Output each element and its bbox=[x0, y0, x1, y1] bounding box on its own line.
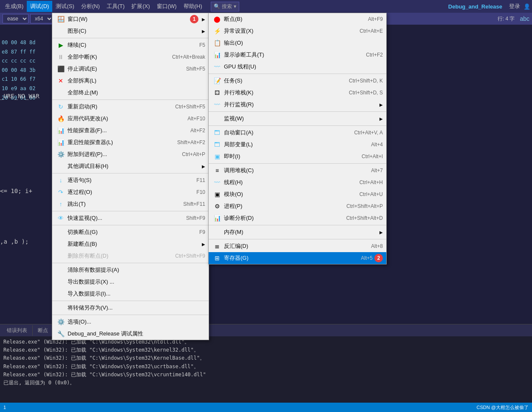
tab-error-list[interactable]: 错误列表 bbox=[2, 325, 33, 336]
menu-item-step-out[interactable]: ↑ 跳出(T) Shift+F11 bbox=[52, 198, 209, 210]
submenu-callstack[interactable]: ≡ 调用堆栈(C) Alt+7 bbox=[209, 165, 386, 176]
step-into-icon: ↓ bbox=[56, 177, 66, 184]
platform-selector[interactable]: x64 bbox=[30, 14, 53, 23]
submenu-output[interactable]: 📋 输出(O) bbox=[209, 37, 386, 49]
hex-line-4: 00 00 48 3b bbox=[2, 66, 49, 75]
menu-item-other-targets[interactable]: 其他调试目标(H) ▶ bbox=[52, 160, 209, 172]
separator-8 bbox=[52, 315, 209, 315]
menu-item-apply-code[interactable]: 🔥 应用代码更改(A) Alt+F10 bbox=[52, 113, 209, 125]
menu-item-continue[interactable]: ▶ 继续(C) F5 bbox=[52, 39, 209, 51]
registers-icon: ⊞ bbox=[212, 255, 222, 261]
submenu-processes[interactable]: ⚙ 进程(P) Ctrl+Shift+Alt+P bbox=[209, 200, 386, 212]
search-box[interactable]: 🔍 搜索 ▾ bbox=[211, 2, 239, 11]
menu-item-stop-debug[interactable]: ⬛ 停止调试(E) Shift+F5 bbox=[52, 63, 209, 75]
profile-label: Debug_and_Release bbox=[448, 3, 502, 10]
window-icon: 🪟 bbox=[56, 16, 66, 23]
separator-4 bbox=[52, 211, 209, 211]
submenu-disassembly[interactable]: ≣ 反汇编(D) Alt+8 bbox=[209, 240, 386, 252]
menu-item-export-tips[interactable]: 导出数据提示(X) ... bbox=[52, 276, 209, 288]
status-right: CSDN @大柑怎么被偷了 bbox=[477, 404, 529, 411]
menu-item-options[interactable]: ⚙️ 选项(O)... bbox=[52, 316, 209, 328]
output-line-2: Release.exe" (Win32): 已加载 "C:\Windows\Sy… bbox=[3, 346, 529, 354]
menu-item-new-bp[interactable]: 新建断点(B) ▶ bbox=[52, 238, 209, 250]
submenu-parallel-watch[interactable]: 〰 并行监视(R) ▶ bbox=[209, 99, 386, 111]
submenu-threads[interactable]: 〰 线程(H) Ctrl+Alt+H bbox=[209, 176, 386, 188]
menu-generate[interactable]: 生成(B) bbox=[2, 1, 27, 12]
menu-item-step-into[interactable]: ↓ 逐语句(S) F11 bbox=[52, 174, 209, 186]
menu-window[interactable]: 窗口(W) bbox=[153, 1, 180, 12]
fire-icon: 🔥 bbox=[56, 115, 66, 122]
separator-7 bbox=[52, 301, 209, 301]
submenu-diag-tools[interactable]: 📊 显示诊断工具(T) Ctrl+F2 bbox=[209, 49, 386, 61]
hex-line-3: cc cc cc cc bbox=[2, 57, 49, 66]
separator-2 bbox=[52, 99, 209, 100]
submenu-modules[interactable]: ▣ 模块(O) Ctrl+Alt+U bbox=[209, 188, 386, 200]
menu-item-perf-profiler[interactable]: 📊 性能探查器(F)... Alt+F2 bbox=[52, 125, 209, 136]
gpu-icon: 〰 bbox=[212, 63, 222, 70]
menu-item-restart[interactable]: ↻ 重新启动(R) Ctrl+Shift+F5 bbox=[52, 101, 209, 113]
submenu-sep-6 bbox=[209, 239, 386, 239]
separator-1 bbox=[52, 38, 209, 38]
hex-line-6: 10 e9 aa 02 bbox=[2, 84, 49, 94]
menu-item-quickwatch[interactable]: 👁 快速监视(Q)... Shift+F9 bbox=[52, 212, 209, 224]
output-icon: 📋 bbox=[212, 40, 222, 46]
menu-item-save-dump[interactable]: 将转储另存为(V)... bbox=[52, 302, 209, 314]
submenu-gpu-threads[interactable]: 〰 GPU 线程(U) bbox=[209, 61, 386, 73]
restart-perf-icon: 📊 bbox=[56, 139, 66, 146]
menu-analyze[interactable]: 分析(N) bbox=[78, 1, 103, 12]
submenu-tasks[interactable]: 📝 任务(S) Ctrl+Shift+D, K bbox=[209, 75, 386, 87]
restart-icon: ↻ bbox=[56, 103, 66, 110]
separator-5 bbox=[52, 225, 209, 225]
submenu-diag-analysis[interactable]: 📊 诊断分析(D) Ctrl+Shift+Alt+D bbox=[209, 212, 386, 224]
window-submenu: ⬤ 断点(B) Alt+F9 ⚡ 异常设置(X) Ctrl+Alt+E 📋 输出… bbox=[208, 13, 387, 264]
menubar: 生成(B) 调试(D) 测试(S) 分析(N) 工具(T) 扩展(X) 窗口(W… bbox=[0, 0, 532, 13]
submenu-sep-5 bbox=[209, 225, 386, 225]
tasks-icon: 📝 bbox=[212, 77, 222, 84]
separator-6 bbox=[52, 263, 209, 263]
submenu-parallel-stacks[interactable]: ⚃ 并行堆栈(K) Ctrl+Shift+D, S bbox=[209, 87, 386, 99]
stop-icon: ⬛ bbox=[56, 65, 66, 72]
login-button[interactable]: 登录 bbox=[509, 3, 520, 10]
menu-item-terminate-all[interactable]: 全部终止(M) bbox=[52, 87, 209, 99]
menu-debug[interactable]: 调试(D) bbox=[27, 1, 52, 12]
play-icon: ▶ bbox=[56, 42, 66, 48]
tab-breakpoints[interactable]: 断点 bbox=[33, 325, 54, 336]
menu-item-graphics[interactable]: 图形(C) ▶ bbox=[52, 25, 209, 37]
config-selector[interactable]: ease bbox=[3, 14, 28, 23]
menu-item-attach-process[interactable]: ⚙️ 附加到进程(P)... Ctrl+Alt+P bbox=[52, 148, 209, 160]
submenu-breakpoints[interactable]: ⬤ 断点(B) Alt+F9 bbox=[209, 13, 386, 25]
submenu-memory[interactable]: 内存(M) ▶ bbox=[209, 226, 386, 238]
code-snippet-2: _URE_NO_WAR bbox=[0, 93, 40, 99]
modules-icon: ▣ bbox=[212, 191, 222, 198]
user-icon[interactable]: 👤 bbox=[524, 3, 530, 10]
menu-extend[interactable]: 扩展(X) bbox=[128, 1, 153, 12]
menu-item-window[interactable]: 🪟 窗口(W) 1 ▶ bbox=[52, 13, 209, 25]
menu-help[interactable]: 帮助(H) bbox=[180, 1, 206, 12]
diag-analysis-icon: 📊 bbox=[212, 215, 222, 222]
submenu-registers[interactable]: ⊞ 寄存器(G) Alt+5 2 bbox=[209, 252, 386, 264]
submenu-watch[interactable]: 监视(W) ▶ bbox=[209, 113, 386, 125]
output-content: Release.exe" (Win32): 已加载 "C:\Windows\Sy… bbox=[0, 336, 532, 389]
locals-icon: 🗔 bbox=[212, 141, 222, 148]
menu-item-break-all[interactable]: ⏸ 全部中断(K) Ctrl+Alt+Break bbox=[52, 51, 209, 63]
menu-tools[interactable]: 工具(T) bbox=[103, 1, 128, 12]
separator-3 bbox=[52, 173, 209, 173]
parallel-stacks-icon: ⚃ bbox=[212, 89, 222, 96]
menu-item-import-tips[interactable]: 导入数据提示(I)... bbox=[52, 288, 209, 300]
menu-item-delete-all-bp[interactable]: 删除所有断点(D) Ctrl+Shift+F9 bbox=[52, 250, 209, 262]
menu-item-toggle-bp[interactable]: 切换断点(G) F9 bbox=[52, 226, 209, 238]
menu-item-restart-perf[interactable]: 📊 重启性能探查器(L) Shift+Alt+F2 bbox=[52, 136, 209, 148]
menu-item-step-over[interactable]: ↷ 逐过程(O) F10 bbox=[52, 186, 209, 198]
step-out-icon: ↑ bbox=[56, 201, 66, 207]
menu-test[interactable]: 测试(S) bbox=[52, 1, 77, 12]
submenu-exception-settings[interactable]: ⚡ 异常设置(X) Ctrl+Alt+E bbox=[209, 25, 386, 37]
breakpoint-icon: ⬤ bbox=[212, 16, 222, 23]
menu-item-debug-props[interactable]: 🔧 Debug_and_Release 调试属性 bbox=[52, 328, 209, 340]
menu-item-clear-data-tips[interactable]: 清除所有数据提示(A) bbox=[52, 264, 209, 276]
submenu-locals[interactable]: 🗔 局部变量(L) Alt+4 bbox=[209, 139, 386, 151]
menu-item-detach-all[interactable]: ✕ 全部拆离(L) bbox=[52, 75, 209, 87]
detach-icon: ✕ bbox=[56, 77, 66, 84]
submenu-immediate[interactable]: ▣ 即时(I) Ctrl+Alt+I bbox=[209, 151, 386, 162]
submenu-auto-window[interactable]: 🗔 自动窗口(A) Ctrl+Alt+V, A bbox=[209, 127, 386, 139]
perf-icon: 📊 bbox=[56, 127, 66, 134]
